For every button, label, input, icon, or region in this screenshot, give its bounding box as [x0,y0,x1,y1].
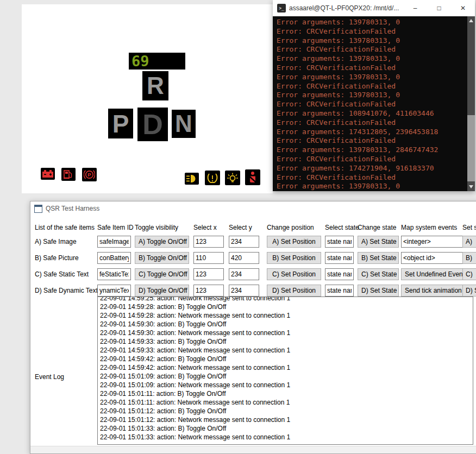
event-log-line: 22-09-01 14:59:30: action: Network messa… [100,329,473,337]
column-header-safe-items: List of the safe items [35,224,95,231]
event-log-line: 22-09-01 14:59:28: action: B) Toggle On/… [100,302,473,311]
set-system-event-button[interactable]: D) S [462,285,476,297]
safe-item-id-input[interactable] [97,285,131,297]
terminal-line: Error arguments: 174271904, 916183370 [277,164,465,173]
select-x-input[interactable] [193,252,224,264]
terminal-app-icon: >_ [277,4,286,12]
set-system-event-button[interactable]: B) [462,252,476,264]
column-header-change-state: Change state [358,224,396,231]
desktop: 69 R P D N [0,0,476,454]
row-label: D) Safe Dynamic Text [35,287,98,294]
safe-item-id-input[interactable] [97,236,131,248]
terminal-line: Error arguments: 139780313, 0 [277,18,465,27]
select-state-input[interactable] [325,236,354,248]
column-header-set-s: Set s [462,224,476,231]
gear-option-p: P [108,109,133,138]
terminal-line: Error: CRCVerificationFailed [277,64,465,73]
gear-option-n: N [172,110,196,138]
speed-display: 69 [129,53,185,70]
terminal-line: Error arguments: 139780313, 2846747432 [277,146,465,155]
terminal-line: Error: CRCVerificationFailed [277,100,465,109]
select-state-input[interactable] [325,268,354,280]
map-system-event-input[interactable] [401,252,465,264]
safe-item-id-input[interactable] [97,268,131,280]
toggle-visibility-button[interactable]: C) Toggle On/Off [135,268,189,280]
qsr-titlebar[interactable]: QSR Test Harness [30,201,476,216]
terminal-line: Error arguments: 174312805, 2396453818 [277,128,465,137]
terminal-line: Error: CRCVerificationFailed [277,155,465,164]
select-state-input[interactable] [325,285,354,297]
toggle-visibility-button[interactable]: D) Toggle On/Off [135,285,189,297]
headlight-icon [185,173,199,185]
event-log-line: 22-09-01 14:59:28: action: Network messa… [100,311,473,320]
terminal-line: Error: CRCVerificationFailed [277,173,465,182]
select-x-input[interactable] [193,285,224,297]
event-log-line: 22-09-01 15:01:33: action: B) Toggle On/… [100,424,473,433]
terminal-line: Error: CRCVerificationFailed [277,27,465,36]
column-header-select-state: Select state [325,224,359,231]
event-log-line: 22-09-01 15:01:33: action: Network messa… [100,433,473,442]
select-y-input[interactable] [229,252,259,264]
instrument-cluster-panel: 69 R P D N [22,4,273,193]
select-x-input[interactable] [193,236,224,248]
select-x-input[interactable] [193,268,224,280]
terminal-titlebar[interactable]: >_ assaarel@QT-L-PF0QPX20: /mnt/d/... – … [273,0,475,16]
event-log-line: 22-09-01 14:59:25: action: Network messa… [100,297,473,302]
horizontal-scrollbar[interactable] [30,446,476,453]
scrollbar-thumb[interactable] [467,115,475,181]
select-y-input[interactable] [229,285,259,297]
battery-warning-icon [41,168,55,180]
terminal-line: Error arguments: 139780313, 0 [277,91,465,100]
seatbelt-warning-icon [245,169,260,185]
scroll-down-icon[interactable] [467,182,475,191]
row-safe-image: A) Safe Image A) Toggle On/Off A) Set Po… [30,236,476,248]
terminal-line: Error arguments: 139780313, 0 [277,182,465,191]
svg-text:P: P [87,172,91,178]
minimize-button[interactable]: – [403,0,427,16]
set-system-event-button[interactable]: C) [462,268,476,280]
column-header-safe-item-id: Safe Item ID [97,224,134,231]
select-state-input[interactable] [325,252,354,264]
row-safe-static-text: C) Safe Static Text C) Toggle On/Off C) … [30,268,476,280]
set-position-button[interactable]: B) Set Position [267,252,321,264]
event-log-line: 22-09-01 14:59:42: action: B) Toggle On/… [100,355,473,363]
speed-value: 69 [129,53,149,70]
select-y-input[interactable] [229,236,259,248]
event-log[interactable]: 22-09-01 14:59:25: action: Network messa… [97,297,473,445]
terminal-lines: Error arguments: 139780313, 0Error: CRCV… [273,16,475,191]
qsr-test-harness-window: QSR Test Harness List of the safe items … [30,201,476,454]
terminal-line: Error: CRCVerificationFailed [277,118,465,128]
select-y-input[interactable] [229,268,259,280]
terminal-line: Error: CRCVerificationFailed [277,82,465,91]
column-header-select-x: Select x [193,224,217,231]
send-tick-animation-button[interactable]: Send tick animation [401,285,465,297]
toggle-visibility-button[interactable]: B) Toggle On/Off [135,252,189,264]
safe-item-id-input[interactable] [97,252,131,264]
lamp-indicator-icon [225,171,240,185]
set-system-event-button[interactable]: A) [462,236,476,248]
set-position-button[interactable]: C) Set Position [267,268,321,280]
terminal-scrollbar[interactable] [467,16,475,191]
terminal-line: Error arguments: 139780313, 0 [277,73,465,82]
event-log-line: 22-09-01 14:59:33: action: B) Toggle On/… [100,337,473,346]
set-undefined-event-button[interactable]: Set Undefined Event [401,268,465,280]
set-state-button[interactable]: B) Set State [358,252,399,264]
terminal-line: Error: CRCVerificationFailed [277,45,465,54]
maximize-button[interactable]: □ [427,0,451,16]
event-log-lines: 22-09-01 14:59:25: action: Network messa… [98,297,473,442]
event-log-line: 22-09-01 14:59:42: action: Network messa… [100,363,473,372]
tire-pressure-icon [205,171,220,185]
close-button[interactable]: ✕ [451,0,475,16]
set-state-button[interactable]: A) Set State [358,236,399,248]
terminal-line: Error arguments: 139780313, 0 [277,54,465,64]
toggle-visibility-button[interactable]: A) Toggle On/Off [135,236,189,248]
set-state-button[interactable]: C) Set State [358,268,399,280]
set-state-button[interactable]: D) Set State [358,285,399,297]
scroll-up-icon[interactable] [467,16,475,25]
row-label: B) Safe Picture [35,254,79,262]
row-label: C) Safe Static Text [35,270,89,278]
set-position-button[interactable]: A) Set Position [267,236,321,248]
column-header-toggle-visibility: Toggle visibility [135,224,178,231]
map-system-event-input[interactable] [401,236,465,248]
set-position-button[interactable]: D) Set Position [267,285,321,297]
